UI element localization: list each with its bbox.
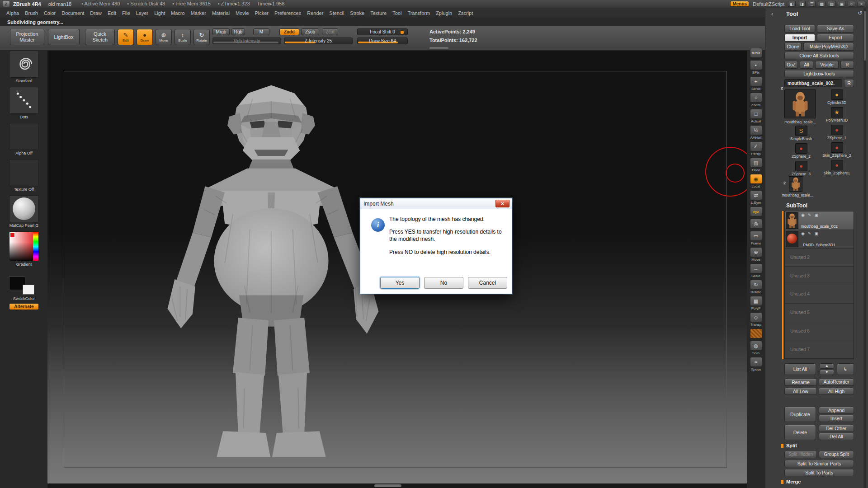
persp-button[interactable]: ∠ Persp [748, 141, 764, 156]
projection-master-button[interactable]: Projection Master [10, 29, 44, 45]
aahalf-button[interactable]: ½ AAHalf [748, 125, 764, 140]
secondary-color-swatch[interactable] [23, 285, 34, 295]
z-intensity-slider[interactable]: Z Intensity 25 [284, 38, 353, 44]
menus-button[interactable]: Menus [730, 1, 749, 7]
duplicate-button[interactable]: Duplicate [784, 407, 816, 422]
subtool-item-sphere[interactable]: ◉ ✎ ▣ PM3D_Sphere3D1 [785, 230, 854, 249]
menu-item[interactable]: Zscript [458, 10, 473, 16]
eye-icon[interactable]: ◉ [801, 213, 805, 217]
menu-item[interactable]: Picker [255, 10, 269, 16]
del-other-button[interactable]: Del Other [819, 425, 854, 432]
dialog-close-button[interactable]: × [495, 200, 509, 207]
panel-scrollbar-handle[interactable] [864, 11, 866, 61]
make-polymesh3d-button[interactable]: Make PolyMesh3D [803, 43, 854, 51]
menu-item[interactable]: Edit [108, 10, 116, 16]
merge-section-title[interactable]: Merge [786, 479, 801, 484]
mrgb-button[interactable]: Mrgb [212, 28, 230, 35]
paint-icon[interactable]: ✎ [808, 231, 811, 236]
menu-item[interactable]: Texture [370, 10, 387, 16]
focal-shift-slider[interactable]: Focal Shift 0 [357, 28, 408, 35]
yes-button[interactable]: Yes [380, 277, 420, 289]
material-selector[interactable]: MatCap Pearl G [9, 195, 39, 228]
scale3d-button[interactable]: ↔ Scale [748, 263, 764, 278]
default-zscript-label[interactable]: DefaultZScript [753, 1, 784, 7]
zcut-button[interactable]: Zcut [322, 28, 338, 35]
menu-item[interactable]: Material [212, 10, 230, 16]
menu-item[interactable]: File [122, 10, 130, 16]
panel-restore-icon[interactable]: ↺ [858, 10, 862, 16]
subtool-jump-button[interactable]: ↳ [837, 363, 854, 375]
scrollbar-handle[interactable] [374, 484, 401, 487]
draw-button[interactable]: ● Draw [137, 29, 153, 45]
no-button[interactable]: No [424, 277, 463, 289]
current-tool-thumbnail[interactable] [784, 89, 816, 118]
tool-thumb-polymesh3d[interactable]: ★ PolyMesh3D [820, 107, 854, 122]
menu-item[interactable]: Alpha [6, 10, 19, 16]
panel-right-icon[interactable]: ◨ [798, 1, 806, 7]
menu-item[interactable]: Document [61, 10, 84, 16]
menu-item[interactable]: Stroke [350, 10, 364, 16]
sliders-icon[interactable]: ☰ [808, 1, 816, 7]
export-button[interactable]: Export [817, 34, 854, 42]
transp-button[interactable]: ◇ Transp [748, 312, 764, 327]
tool-thumb-zsphere3[interactable]: ● ZSphere_3 [784, 161, 818, 176]
tool-r-button[interactable]: R [844, 79, 854, 87]
power-icon[interactable]: ○ [848, 1, 855, 7]
tool-thumb-simplebrush[interactable]: S SimpleBrush [784, 126, 818, 141]
color-picker-square[interactable] [9, 231, 39, 261]
clone-button[interactable]: Clone [784, 43, 802, 51]
subtool-item-unused[interactable]: Unused 6 [785, 322, 854, 341]
pivot-button[interactable]: ◎ [748, 219, 764, 229]
all-high-button[interactable]: All High [819, 388, 854, 395]
subtool-scrollbar[interactable] [782, 211, 783, 359]
doc-icon[interactable]: ▤ [828, 1, 835, 7]
alpha-selector[interactable]: Alpha Off [9, 123, 39, 155]
lightbox-tools-button[interactable]: Lightbox▸Tools [784, 70, 854, 77]
tool-thumb-cylinder3d[interactable]: ● Cylinder3D [820, 89, 854, 105]
subtool-item-unused[interactable]: Unused 5 [785, 304, 854, 322]
split-similar-button[interactable]: Split To Similar Parts [784, 460, 854, 467]
cube-icon[interactable]: ▣ [814, 213, 818, 217]
groups-split-button[interactable]: Groups Split [819, 451, 854, 458]
del-all-button[interactable]: Del All [819, 433, 854, 440]
menu-item[interactable]: Zplugin [436, 10, 452, 16]
lightbox-button[interactable]: LightBox [48, 29, 80, 45]
auto-reorder-button[interactable]: AutoReorder [819, 379, 854, 386]
zoom-button[interactable]: ○ Zoom [748, 93, 764, 107]
load-tool-button[interactable]: Load Tool [784, 25, 815, 33]
switch-color[interactable]: SwitchColor [9, 277, 39, 302]
save-as-button[interactable]: Save As [817, 25, 854, 33]
rotate3d-button[interactable]: ↻ Rotate [748, 280, 764, 294]
tool-thumb-skin-zsphere1[interactable]: ● Skin_ZSphere1 [820, 160, 854, 175]
tool-thumb-zsphere1[interactable]: ● ZSphere_1 [820, 125, 854, 140]
dialog-titlebar[interactable]: Import Mesh × [360, 198, 512, 209]
ghost-button[interactable] [748, 328, 764, 339]
canvas-horizontal-scrollbar[interactable] [47, 483, 747, 488]
subtool-item-mouthbag[interactable]: ◉ ✎ ▣ mouthbag_scale_002 [785, 211, 854, 230]
paint-icon[interactable]: ✎ [808, 213, 811, 217]
shelf-divider-handle[interactable] [429, 47, 448, 49]
spix-button[interactable]: ▪ SPix [748, 60, 764, 75]
subtool-item-unused[interactable]: Unused 4 [785, 285, 854, 304]
bpr-button[interactable]: BPR [748, 48, 764, 58]
eye-icon[interactable]: ◉ [801, 231, 805, 236]
split-hidden-button[interactable]: Split Hidden [784, 451, 817, 458]
panel-scrollbar[interactable] [863, 8, 866, 488]
split-section-title[interactable]: Split [786, 443, 797, 448]
import-button[interactable]: Import [784, 34, 815, 42]
tool-thumb-skin-zsphere2[interactable]: ● Skin_ZSphere_2 [820, 142, 854, 158]
draw-size-slider[interactable]: Draw Size 64 [357, 38, 408, 44]
menu-item[interactable]: Macro [171, 10, 185, 16]
subtool-section-title[interactable]: SubTool [786, 202, 807, 209]
list-all-button[interactable]: List All [784, 363, 816, 375]
floor-button[interactable]: ▤ Floor [748, 158, 764, 172]
rgb-button[interactable]: Rgb [231, 28, 245, 35]
scale-button[interactable]: ↕ Scale [175, 29, 191, 45]
goz-all-button[interactable]: All [800, 61, 813, 69]
lsym-button[interactable]: ⇄ L.Sym [748, 190, 764, 205]
recent-tool-thumbnail[interactable] [789, 176, 802, 192]
goz-button[interactable]: GoZ [784, 61, 798, 69]
goz-visible-button[interactable]: Visible [815, 61, 839, 69]
rgb-intensity-slider[interactable]: Rgb Intensity [212, 38, 281, 44]
tool-thumb-zsphere2[interactable]: ● ZSphere_2 [784, 143, 818, 159]
